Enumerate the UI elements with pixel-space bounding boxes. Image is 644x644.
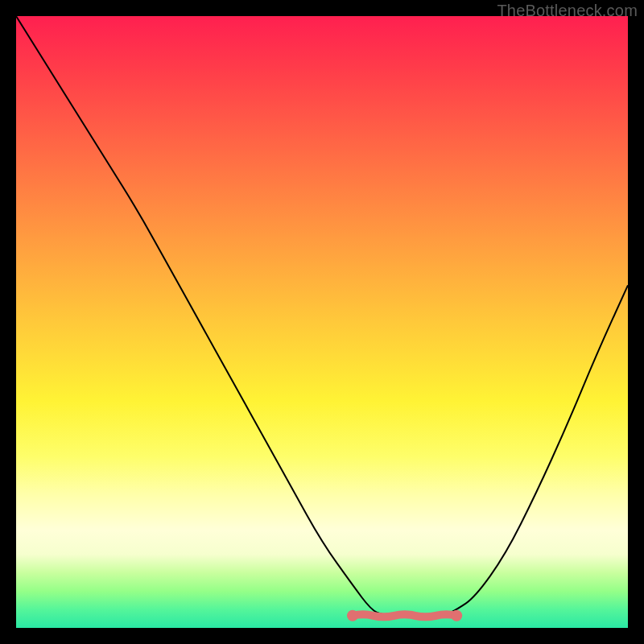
flat-region-start-dot xyxy=(347,610,358,621)
chart-frame: TheBottleneck.com xyxy=(0,0,644,644)
chart-overlay xyxy=(16,16,628,628)
optimal-flat-region xyxy=(347,610,462,621)
bottleneck-curve xyxy=(16,16,628,616)
flat-region-end-dot xyxy=(451,610,462,621)
flat-region-line xyxy=(353,614,456,617)
watermark-text: TheBottleneck.com xyxy=(497,2,638,20)
